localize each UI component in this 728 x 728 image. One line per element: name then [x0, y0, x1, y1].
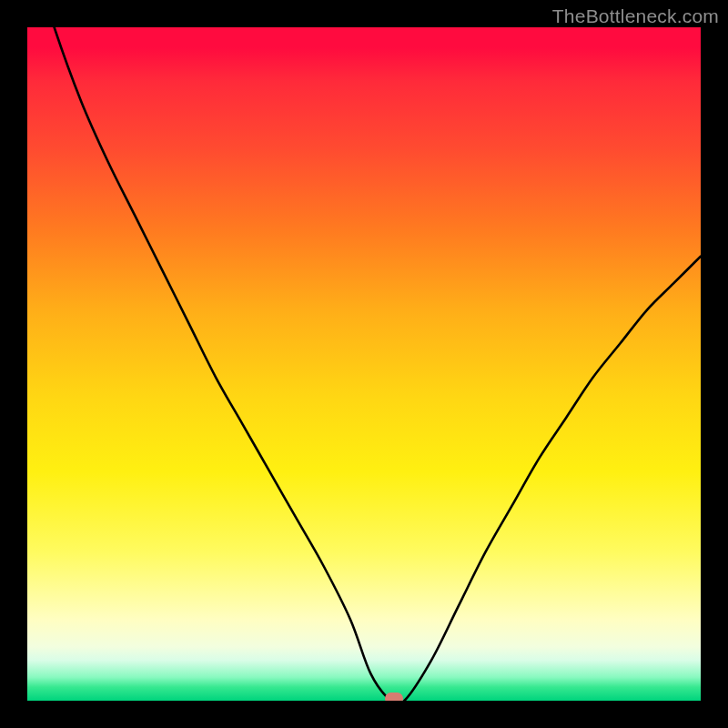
- plot-area: [27, 27, 701, 701]
- bottleneck-curve: [27, 27, 701, 701]
- curve-path: [27, 27, 701, 701]
- optimal-marker: [385, 693, 403, 701]
- watermark-text: TheBottleneck.com: [552, 5, 719, 27]
- chart-stage: TheBottleneck.com: [0, 0, 728, 728]
